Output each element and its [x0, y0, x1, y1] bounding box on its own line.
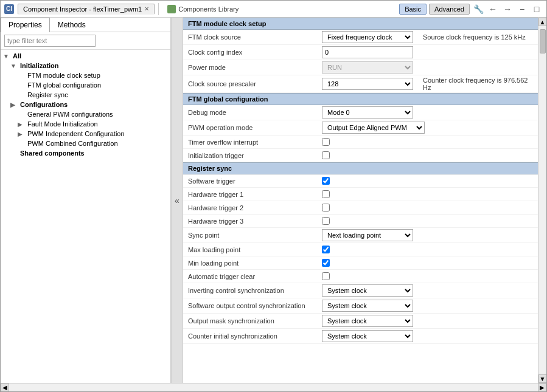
tree-item-general-pwm[interactable]: General PWM configurations	[1, 109, 170, 119]
expander-all: ▼	[3, 53, 10, 60]
content-spacer	[183, 344, 538, 368]
tree-label-general-pwm: General PWM configurations	[27, 111, 113, 118]
row-timer-overflow: Timer overflow interrupt	[183, 136, 538, 149]
label-power-mode: Power mode	[188, 64, 322, 71]
lib-tab-label: Components Library	[178, 5, 239, 13]
row-hw-trigger-2: Hardware trigger 2	[183, 201, 538, 215]
scroll-thumb[interactable]	[540, 29, 546, 53]
expander-configurations: ▶	[10, 101, 18, 108]
control-min-loading	[322, 259, 533, 267]
checkbox-auto-trigger-clear[interactable]	[322, 272, 330, 280]
scroll-down-arrow[interactable]: ▼	[538, 374, 547, 383]
basic-button[interactable]: Basic	[399, 4, 427, 15]
control-timer-overflow	[322, 138, 533, 146]
scroll-track[interactable]	[538, 26, 546, 374]
select-clock-prescaler[interactable]: 1248 163264128	[322, 78, 413, 90]
tree-item-ftm-clock[interactable]: FTM module clock setup	[1, 70, 170, 80]
tree-item-shared[interactable]: Shared components	[1, 148, 170, 158]
select-sync-point[interactable]: Next loading point System clock	[322, 229, 413, 241]
tree-item-pwm-independent[interactable]: ▶ PWM Independent Configuration	[1, 129, 170, 139]
tree: ▼ All ▼ Initialization FTM module clock …	[1, 50, 170, 383]
input-clock-config-index[interactable]	[322, 46, 413, 58]
label-counter-init-sync: Counter initial synchronization	[188, 332, 322, 340]
forward-icon[interactable]: →	[501, 3, 514, 15]
control-clock-prescaler: 1248 163264128 Counter clock frequency i…	[322, 77, 533, 91]
tree-label-ftm-global: FTM global configuration	[27, 81, 101, 89]
tree-item-all[interactable]: ▼ All	[1, 51, 170, 61]
select-pwm-operation-mode[interactable]: Output Edge Aligned PWM Output Center Al…	[322, 122, 425, 134]
select-ftm-clock-source[interactable]: Fixed frequency clock System clock Exter…	[322, 31, 413, 43]
checkbox-hw-trigger-3[interactable]	[322, 217, 330, 225]
checkbox-init-trigger[interactable]	[322, 151, 330, 159]
row-hw-trigger-3: Hardware trigger 3	[183, 215, 538, 228]
row-hw-trigger-1: Hardware trigger 1	[183, 188, 538, 201]
inspector-tab-close[interactable]: ✕	[144, 5, 149, 12]
control-auto-trigger-clear	[322, 272, 533, 280]
label-clock-prescaler: Clock source prescaler	[188, 80, 322, 88]
checkbox-max-loading[interactable]	[322, 246, 330, 253]
control-hw-trigger-2	[322, 204, 533, 211]
minimize-icon[interactable]: −	[516, 3, 528, 15]
content-area: « FTM module clock setup FTM clock sourc…	[171, 18, 546, 383]
app-icon: CI	[4, 4, 14, 14]
control-clock-config-index	[322, 46, 533, 58]
hscroll-right-arrow[interactable]: ▶	[538, 383, 546, 392]
search-box	[1, 32, 170, 50]
checkbox-hw-trigger-1[interactable]	[322, 190, 330, 198]
checkbox-timer-overflow[interactable]	[322, 138, 330, 146]
undo-icon[interactable]: 🔧	[472, 3, 484, 15]
select-inverting-sync[interactable]: System clock PWM sync	[322, 284, 413, 297]
back-icon[interactable]: ←	[487, 3, 499, 15]
select-counter-init-sync[interactable]: System clock PWM sync	[322, 330, 413, 342]
tree-item-fault-mode[interactable]: ▶ Fault Mode Initialization	[1, 119, 170, 129]
expander-general-pwm	[18, 111, 25, 118]
tree-item-initialization[interactable]: ▼ Initialization	[1, 61, 170, 70]
tab-properties[interactable]: Properties	[1, 18, 50, 32]
checkbox-hw-trigger-2[interactable]	[322, 204, 330, 211]
select-debug-mode[interactable]: Mode 0Mode 1Mode 2Mode 3	[322, 106, 413, 119]
tab-methods[interactable]: Methods	[50, 18, 94, 32]
hscroll-track[interactable]	[9, 383, 538, 391]
components-library-tab[interactable]: Components Library	[162, 4, 243, 15]
checkbox-software-trigger[interactable]	[322, 177, 330, 185]
section-header-ftm-global: FTM global configuration	[183, 93, 538, 105]
collapse-button[interactable]: «	[171, 18, 183, 383]
inspector-tab-label: Component Inspector - flexTimer_pwm1	[23, 5, 142, 13]
hscroll-left-arrow[interactable]: ◀	[1, 383, 9, 392]
inspector-tab[interactable]: Component Inspector - flexTimer_pwm1 ✕	[18, 4, 155, 15]
control-hw-trigger-1	[322, 190, 533, 198]
row-sync-point: Sync point Next loading point System clo…	[183, 228, 538, 243]
label-timer-overflow: Timer overflow interrupt	[188, 139, 322, 146]
checkbox-min-loading[interactable]	[322, 259, 330, 267]
lib-icon	[167, 5, 176, 13]
row-sw-output-sync: Software output control synchronization …	[183, 298, 538, 314]
label-sw-output-sync: Software output control synchronization	[188, 302, 322, 309]
row-init-trigger: Initialization trigger	[183, 149, 538, 162]
note-ftm-clock-source: Source clock frequency is 125 kHz	[423, 33, 526, 41]
vertical-scrollbar: ▲ ▼	[538, 18, 546, 383]
tree-item-configurations[interactable]: ▶ Configurations	[1, 100, 170, 109]
main-window: CI Component Inspector - flexTimer_pwm1 …	[0, 0, 547, 392]
control-max-loading	[322, 246, 533, 253]
advanced-button[interactable]: Advanced	[429, 4, 470, 15]
row-clock-prescaler: Clock source prescaler 1248 163264128 Co…	[183, 75, 538, 93]
scroll-up-arrow[interactable]: ▲	[538, 18, 547, 26]
label-debug-mode: Debug mode	[188, 109, 322, 116]
tree-item-register-sync[interactable]: Register sync	[1, 90, 170, 100]
tree-label-shared: Shared components	[20, 150, 85, 157]
select-output-mask-sync[interactable]: System clock PWM sync	[322, 315, 413, 327]
select-sw-output-sync[interactable]: System clock PWM sync	[322, 300, 413, 312]
control-software-trigger	[322, 177, 533, 185]
row-auto-trigger-clear: Automatic trigger clear	[183, 270, 538, 283]
expander-ftm-clock	[18, 72, 25, 79]
tree-item-ftm-global[interactable]: FTM global configuration	[1, 80, 170, 90]
maximize-icon[interactable]: □	[531, 3, 543, 15]
tree-item-pwm-combined[interactable]: PWM Combined Configuration	[1, 139, 170, 148]
label-hw-trigger-2: Hardware trigger 2	[188, 204, 322, 211]
label-max-loading: Max loading point	[188, 246, 322, 253]
label-pwm-operation-mode: PWM operation mode	[188, 124, 322, 131]
sidebar-tabs: Properties Methods	[1, 18, 170, 32]
tree-label-initialization: Initialization	[20, 62, 59, 69]
search-input[interactable]	[4, 35, 96, 47]
control-inverting-sync: System clock PWM sync	[322, 284, 533, 297]
